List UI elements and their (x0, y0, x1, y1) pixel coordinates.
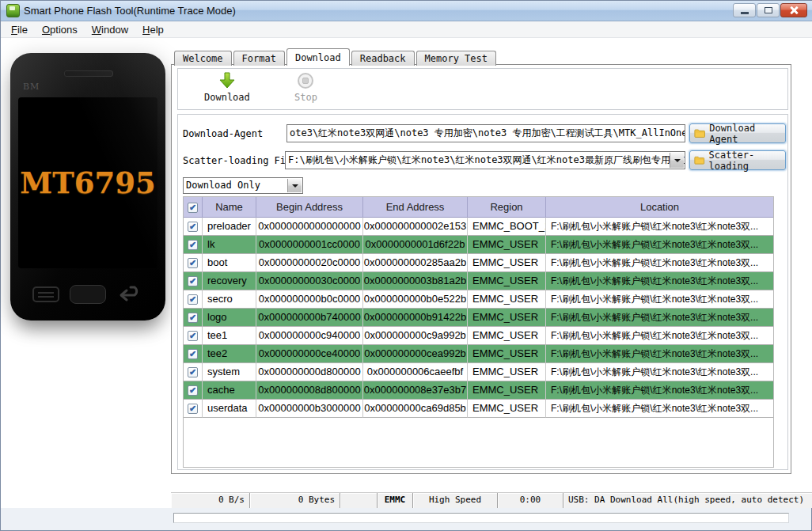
cell-begin: 0x00000000030c0000 (256, 272, 363, 290)
tab-readback[interactable]: Readback (351, 51, 415, 66)
table-row-userdata[interactable]: userdata0x00000000b30000000x00000000ca69… (184, 400, 773, 418)
partition-table-head: NameBegin AddressEnd AddressRegionLocati… (184, 197, 773, 218)
row-checkbox[interactable] (188, 385, 198, 396)
toolbar-box: Download Stop (177, 68, 788, 110)
tab-download[interactable]: Download (286, 48, 350, 66)
table-row-preloader[interactable]: preloader0x00000000000000000x00000000000… (184, 218, 773, 236)
cell-end: 0x000000000c9a992b (363, 327, 468, 345)
cell-region: EMMC_USER (468, 254, 546, 272)
cell-location: F:\刷机包\小米解账户锁\红米note3\红米note3双... (546, 290, 773, 309)
column-header-region[interactable]: Region (468, 197, 546, 218)
select-all-checkbox[interactable] (188, 203, 198, 213)
cell-location: F:\刷机包\小米解账户锁\红米note3\红米note3双... (546, 327, 773, 345)
download-mode-combobox[interactable]: Download Only (183, 177, 303, 194)
menu-item-window[interactable]: Window (85, 23, 135, 36)
folder-icon (694, 128, 705, 138)
app-window: Smart Phone Flash Tool(Runtime Trace Mod… (0, 0, 812, 531)
minimize-button[interactable] (733, 3, 756, 17)
download-agent-label: Download-Agent (183, 128, 263, 139)
download-agent-input[interactable]: ote3\红米note3双网通\note3 专用加密\note3 专用加密\工程… (286, 124, 685, 142)
row-checkbox[interactable] (188, 404, 198, 414)
row-checkbox-cell (184, 290, 203, 309)
tab-memory-test[interactable]: Memory Test (416, 51, 496, 66)
cell-location: F:\刷机包\小米解账户锁\红米note3\红米note3双... (546, 381, 773, 400)
scatter-file-combobox[interactable]: F:\刷机包\小米解账户锁\红米note3\红米note3双网通\红米note3… (285, 151, 685, 169)
table-row-logo[interactable]: logo0x000000000b7400000x000000000b91422b… (184, 309, 773, 327)
download-agent-browse-button[interactable]: Download Agent (689, 123, 786, 143)
cell-end: 0x0000000003b81a2b (363, 272, 468, 290)
column-header-end-address[interactable]: End Address (363, 197, 468, 218)
table-row-system[interactable]: system0x000000000d8000000x000000006caeef… (184, 363, 773, 381)
tab-welcome[interactable]: Welcome (174, 51, 232, 66)
row-checkbox-cell (184, 363, 203, 381)
row-checkbox[interactable] (188, 313, 198, 323)
usb-speed-mode: High Speed (413, 493, 498, 508)
usb-mode-info: USB: DA Download All(high speed, auto de… (563, 493, 812, 508)
phone-menu-icon (32, 286, 59, 302)
scatter-dropdown-button[interactable] (670, 153, 684, 168)
row-checkbox[interactable] (188, 258, 198, 268)
cell-name: secro (203, 290, 256, 309)
table-row-tee2[interactable]: tee20x000000000ce400000x000000000cea992b… (184, 345, 773, 363)
row-checkbox-cell (184, 400, 203, 418)
cell-location: F:\刷机包\小米解账户锁\红米note3\红米note3双... (546, 309, 773, 327)
tab-format[interactable]: Format (233, 51, 285, 66)
row-checkbox[interactable] (188, 367, 198, 377)
phone-chip-label: MT6795 (20, 165, 155, 200)
cell-region: EMMC_USER (468, 327, 546, 345)
download-mode-value: Download Only (186, 180, 260, 191)
table-row-boot[interactable]: boot0x00000000020c00000x000000000285aa2b… (184, 254, 773, 272)
scatter-browse-button[interactable]: Scatter-loading (689, 150, 786, 170)
table-row-lk[interactable]: lk0x0000000001cc00000x0000000001d6f22bEM… (184, 236, 773, 254)
column-header-location[interactable]: Location (546, 197, 773, 218)
menu-item-options[interactable]: Options (35, 23, 85, 36)
cell-region: EMMC_USER (468, 272, 546, 290)
column-header-name[interactable]: Name (203, 197, 256, 218)
menu-bar: FileOptionsWindowHelp (1, 21, 812, 38)
cell-location: F:\刷机包\小米解账户锁\红米note3\红米note3双... (546, 254, 773, 272)
cell-begin: 0x000000000b0c0000 (256, 290, 363, 309)
cell-region: EMMC_USER (468, 400, 546, 418)
window-title: Smart Phone Flash Tool(Runtime Trace Mod… (24, 5, 236, 17)
download-button[interactable]: Download (204, 71, 250, 103)
row-checkbox-cell (184, 218, 203, 236)
row-checkbox-cell (184, 309, 203, 327)
column-header-begin-address[interactable]: Begin Address (256, 197, 363, 218)
content-area: BM MT6795 WelcomeFormatDownloadReadbackM… (1, 38, 812, 508)
table-row-cache[interactable]: cache0x000000008d8000000x000000008e37e3b… (184, 381, 773, 400)
row-checkbox[interactable] (188, 349, 198, 359)
cell-region: EMMC_USER (468, 290, 546, 309)
cell-end: 0x000000000cea992b (363, 345, 468, 363)
cell-location: F:\刷机包\小米解账户锁\红米note3\红米note3双... (546, 345, 773, 363)
table-row-secro[interactable]: secro0x000000000b0c00000x000000000b0e522… (184, 290, 773, 309)
cell-name: tee2 (203, 345, 256, 363)
cell-begin: 0x0000000001cc0000 (256, 236, 363, 254)
maximize-button[interactable] (757, 3, 780, 17)
download-mode-dropdown-button[interactable] (287, 179, 302, 192)
stop-button[interactable]: Stop (294, 71, 317, 103)
cell-location: F:\刷机包\小米解账户锁\红米note3\红米note3双... (546, 272, 773, 290)
select-all-checkbox-cell (184, 197, 203, 218)
close-button[interactable] (780, 3, 807, 17)
cell-end: 0x000000000b0e522b (363, 290, 468, 309)
phone-image: BM MT6795 (10, 53, 165, 320)
cell-name: logo (203, 309, 256, 327)
scatter-file-value: F:\刷机包\小米解账户锁\红米note3\红米note3双网通\红米note3… (288, 154, 685, 165)
row-checkbox[interactable] (188, 240, 198, 250)
table-row-tee1[interactable]: tee10x000000000c9400000x000000000c9a992b… (184, 327, 773, 345)
row-checkbox[interactable] (188, 222, 198, 232)
cell-region: EMMC_USER (468, 309, 546, 327)
row-checkbox-cell (184, 381, 203, 400)
cell-name: lk (203, 236, 256, 254)
row-checkbox[interactable] (188, 331, 198, 341)
table-row-recovery[interactable]: recovery0x00000000030c00000x0000000003b8… (184, 272, 773, 290)
cell-end: 0x0000000001d6f22b (363, 236, 468, 254)
menu-item-help[interactable]: Help (135, 23, 171, 36)
menu-item-file[interactable]: File (4, 23, 35, 36)
row-checkbox-cell (184, 236, 203, 254)
cell-end: 0x000000008e37e3b7 (363, 381, 468, 400)
minimize-icon (741, 12, 749, 14)
row-checkbox[interactable] (188, 276, 198, 286)
row-checkbox[interactable] (188, 294, 198, 305)
phone-back-icon (116, 285, 143, 304)
